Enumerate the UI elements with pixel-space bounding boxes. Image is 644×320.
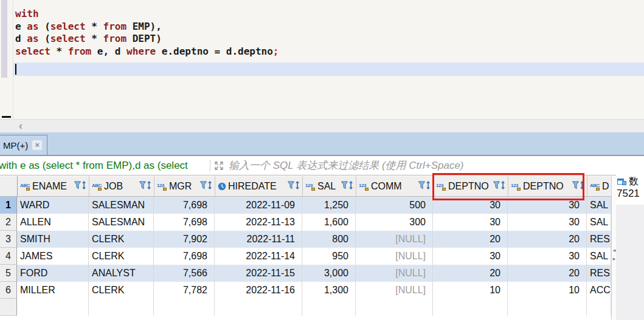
grid-cell[interactable]: SMITH [17, 231, 89, 248]
filter-sort-icon[interactable] [418, 181, 431, 192]
grid-cell[interactable]: 30 [508, 214, 587, 231]
grid-cell[interactable]: 7,698 [154, 197, 215, 214]
sql-editor[interactable]: withe as (select * from EMP),d as (selec… [0, 0, 644, 119]
row-number[interactable]: 2 [0, 214, 17, 231]
editor-hscrollbar[interactable]: ‹ [0, 119, 644, 133]
grid-cell[interactable]: [NULL] [356, 282, 433, 299]
grid-cell[interactable]: 2022-11-16 [215, 282, 302, 299]
grid-cell[interactable]: SAL [587, 197, 611, 214]
grid-cell[interactable]: 7,566 [154, 265, 215, 282]
column-header-sal[interactable]: 123SAL [303, 176, 356, 196]
grid-cell[interactable]: CLERK [89, 231, 154, 248]
grid-cell[interactable]: 2022-11-13 [215, 214, 302, 231]
grid-cell[interactable]: SALESMAN [89, 214, 154, 231]
grid-cell[interactable]: [NULL] [356, 231, 433, 248]
grid-cell[interactable]: 7,698 [154, 214, 215, 231]
grid-cell[interactable]: 10 [508, 282, 587, 299]
lock-icon [517, 188, 521, 191]
grid-cell[interactable]: 2022-11-14 [215, 248, 302, 265]
column-header-job[interactable]: ABCJOB [89, 176, 154, 196]
row-number[interactable]: 1 [0, 197, 17, 214]
grid-cell[interactable]: 950 [302, 248, 356, 265]
row-number [0, 299, 17, 316]
grid-cell[interactable]: 10 [433, 282, 508, 299]
panel-title: 数 [629, 175, 639, 188]
grid-cell[interactable]: 30 [433, 197, 508, 214]
filter-input[interactable]: 输入一个 SQL 表达式来过滤结果 (使用 Ctrl+Space) [229, 156, 464, 175]
row-number[interactable]: 6 [0, 282, 17, 299]
row-number[interactable]: 4 [0, 248, 17, 265]
grid-cell[interactable]: SAL [587, 214, 611, 231]
value-panel-header[interactable]: 数 [617, 175, 639, 188]
filter-sort-icon[interactable] [74, 181, 87, 192]
panel-body [616, 205, 644, 320]
expand-filter-icon[interactable] [214, 161, 224, 171]
lock-icon [365, 188, 369, 191]
grid-cell[interactable]: 30 [433, 214, 508, 231]
grid-cell[interactable]: MILLER [17, 282, 89, 299]
grid-cell[interactable]: FORD [17, 265, 89, 282]
grid-cell[interactable]: CLERK [89, 282, 154, 299]
grid-header-row: ABCENAMEABCJOB123MGRHIREDATE123SAL123COM… [0, 176, 611, 197]
filter-sort-icon[interactable] [493, 181, 506, 192]
grid-cell[interactable]: ALLEN [17, 214, 89, 231]
grid-cell[interactable]: [NULL] [356, 265, 433, 282]
grid-cell[interactable]: 2022-11-11 [215, 231, 302, 248]
grid-cell [89, 299, 154, 316]
grid-cell[interactable]: 20 [433, 265, 508, 282]
123-type-icon: 123 [436, 182, 446, 191]
filter-separator [210, 160, 211, 171]
filter-sort-icon[interactable] [139, 181, 152, 192]
grid-cell[interactable]: 30 [508, 197, 587, 214]
column-header-d[interactable]: ABCD [587, 176, 612, 196]
grid-cell[interactable]: ANALYST [89, 265, 154, 282]
grid-cell[interactable]: 1,300 [302, 282, 356, 299]
results-tab[interactable]: MP(+) × [0, 135, 47, 155]
results-grid[interactable]: ABCENAMEABCJOB123MGRHIREDATE123SAL123COM… [0, 176, 611, 316]
filter-sort-icon[interactable] [200, 181, 213, 192]
value-panel: 数 7521 [616, 173, 644, 320]
grid-cell[interactable]: [NULL] [356, 248, 433, 265]
grid-cell[interactable]: SALESMAN [89, 197, 154, 214]
column-header-deptno-2[interactable]: 123DEPTNO [508, 176, 587, 196]
column-header-ename[interactable]: ABCENAME [18, 176, 89, 196]
grid-cell[interactable]: 20 [508, 231, 587, 248]
column-header-hiredate[interactable]: HIREDATE [215, 176, 303, 196]
grid-cell[interactable]: 30 [433, 248, 508, 265]
panel-divider[interactable]: ◂ ▸ [611, 176, 616, 320]
grid-cell[interactable]: 20 [433, 231, 508, 248]
grid-cell[interactable]: 800 [302, 231, 356, 248]
grid-cell[interactable]: RES [587, 231, 611, 248]
code-line: d as (select * from DEPT) [15, 33, 279, 46]
scroll-left-icon[interactable]: ‹ [15, 120, 27, 133]
grid-cell[interactable]: 2022-11-09 [215, 197, 302, 214]
grid-cell[interactable]: 2022-11-15 [215, 265, 302, 282]
grid-cell[interactable]: 500 [356, 197, 433, 214]
filter-sort-icon[interactable] [288, 181, 300, 192]
filter-sort-icon[interactable] [341, 181, 354, 192]
column-header-mgr[interactable]: 123MGR [154, 176, 215, 196]
column-header-comm[interactable]: 123COMM [356, 176, 434, 196]
filter-sort-icon[interactable] [572, 181, 585, 192]
grid-cell[interactable]: 300 [356, 214, 433, 231]
lock-icon [26, 188, 30, 191]
grid-cell[interactable]: RES [587, 265, 611, 282]
grid-cell[interactable]: 7,902 [154, 231, 215, 248]
grid-cell[interactable]: WARD [17, 197, 89, 214]
grid-cell[interactable]: SAL [587, 248, 611, 265]
row-number[interactable]: 3 [0, 231, 17, 248]
corner-cell[interactable] [0, 176, 18, 196]
tab-close-icon[interactable]: × [32, 140, 42, 150]
grid-cell[interactable]: 3,000 [302, 265, 356, 282]
grid-cell[interactable]: 7,698 [154, 248, 215, 265]
grid-cell[interactable]: CLERK [89, 248, 154, 265]
grid-cell[interactable]: 1,600 [302, 214, 356, 231]
grid-cell[interactable]: 30 [508, 248, 587, 265]
row-number[interactable]: 5 [0, 265, 17, 282]
column-header-deptno[interactable]: 123DEPTNO [434, 176, 508, 196]
grid-cell[interactable]: JAMES [17, 248, 89, 265]
grid-cell[interactable]: ACC [587, 282, 611, 299]
grid-cell[interactable]: 7,782 [154, 282, 215, 299]
grid-cell[interactable]: 20 [508, 265, 587, 282]
grid-cell[interactable]: 1,250 [302, 197, 356, 214]
